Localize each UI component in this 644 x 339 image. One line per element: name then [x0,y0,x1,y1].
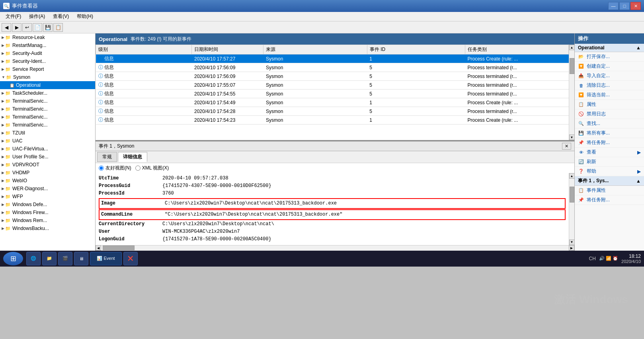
sidebar-item-terminalservic2[interactable]: ▶ 📁 TerminalServic... [0,105,95,113]
col-datetime[interactable]: 日期和时间 [192,45,263,55]
toolbar-new[interactable]: 📄 [33,23,42,32]
action-help[interactable]: ❓ 帮助 ▶ [575,167,644,176]
event-list-container[interactable]: 级别 日期和时间 来源 事件 ID 任务类别 ⓘ 信息 2020/4/10 17… [96,45,569,140]
table-row[interactable]: ⓘ 信息 2020/4/10 17:54:28 Sysmon 5 Process… [96,107,569,116]
action-refresh[interactable]: 🔄 刷新 [575,157,644,167]
col-id[interactable]: 事件 ID [367,45,465,55]
action-attach-task1[interactable]: 📌 将任务附... [575,138,644,148]
scroll-left[interactable]: ◀ [96,245,101,251]
sidebar-item-security-ident[interactable]: ▶ 📁 Security-Ident... [0,57,95,65]
table-row[interactable]: ⓘ 信息 2020/4/10 17:57:27 Sysmon 1 Process… [96,55,569,63]
sidebar-item-service-report[interactable]: ▶ 📁 Service Report [0,65,95,73]
table-row[interactable]: ⓘ 信息 2020/4/10 17:54:23 Sysmon 1 Process… [96,116,569,125]
sidebar-item-terminalservic1[interactable]: ▶ 📁 TerminalServic... [0,97,95,105]
action-import-custom[interactable]: 📥 导入自定... [575,71,644,81]
scroll-up[interactable]: ▲ [569,45,575,50]
scroll-down[interactable]: ▼ [569,240,575,245]
scroll-thumb[interactable] [570,58,574,74]
detail-scrollbar[interactable]: ▲ ▼ [569,173,574,245]
action-disable-log[interactable]: 🚫 禁用日志 [575,109,644,119]
detail-value: {17415270-4307-5E90-0000-0010D0F62500} [162,182,271,190]
action-open-save[interactable]: 📂 打开保存... [575,52,644,62]
action-properties[interactable]: 📋 属性 [575,100,644,109]
sidebar-item-windowsbacku[interactable]: ▶ 📁 WindowsBacku... [0,224,95,232]
action-filter[interactable]: 🔽 筛选当前... [575,90,644,100]
tab-general[interactable]: 常规 [97,152,117,162]
scroll-right[interactable]: ▶ [569,245,574,251]
taskbar-monitor[interactable]: 📊 Event [90,252,122,265]
taskbar-terminal[interactable]: 🖥 [74,252,88,265]
maximize-button[interactable]: □ [619,2,630,10]
table-row[interactable]: ⓘ 信息 2020/4/10 17:54:49 Sysmon 1 Process… [96,98,569,107]
menu-view[interactable]: 查看(V) [49,12,73,21]
sidebar-item-uac[interactable]: ▶ 📁 UAC [0,137,95,145]
taskbar-ie[interactable]: 🌐 [26,252,41,265]
event-list-scrollbar[interactable]: ▲ ▼ [569,45,574,140]
friendly-view-option[interactable]: 友好视图(N) [99,165,131,171]
sidebar-item-terminalservic3[interactable]: ▶ 📁 TerminalServic... [0,113,95,121]
sidebar-item-restartmanag[interactable]: ▶ 📁 RestartManag... [0,41,95,49]
sidebar-item-uac-filevirtua[interactable]: ▶ 📁 UAC-FileVirtua... [0,145,95,153]
tab-detail[interactable]: 详细信息 [118,152,147,162]
sidebar-item-windows-defe[interactable]: ▶ 📁 Windows Defe... [0,201,95,208]
sidebar-item-sysmon[interactable]: ▼ 📁 Sysmon [0,73,95,81]
xml-radio[interactable] [135,166,141,171]
toolbar-copy[interactable]: 📋 [53,23,63,32]
toolbar-refresh[interactable]: ↩ [22,23,32,32]
sidebar-item-windows-firew[interactable]: ▶ 📁 Windows Firew... [0,208,95,216]
sidebar-item-vhdmp[interactable]: ▶ 📁 VHDMP [0,169,95,177]
menu-help[interactable]: 帮助(H) [73,12,97,21]
taskbar-explorer[interactable]: 📁 [42,252,57,265]
detail-value: 2020-04-10 09:57:27.038 [162,175,228,182]
action-clear-log[interactable]: 🗑 清除日志... [575,81,644,90]
horizontal-scrollbar[interactable]: ◀ ▶ [96,245,574,251]
sidebar-item-vdrvroot[interactable]: ▶ 📁 VDRVROOT [0,161,95,169]
action-create-custom[interactable]: 🔽 创建自定... [575,62,644,71]
start-button[interactable]: ⊞ [3,252,23,265]
table-row[interactable]: ⓘ 信息 2020/4/10 17:56:09 Sysmon 5 Process… [96,63,569,72]
toolbar-forward[interactable]: ▶ [12,23,21,32]
xml-view-option[interactable]: XML 视图(X) [135,165,169,171]
sidebar-item-operational[interactable]: 📋 Operational [0,81,95,89]
sidebar-item-wer-diagnost[interactable]: ▶ 📁 WER-Diagnost... [0,185,95,193]
sidebar-item-resource-leak[interactable]: ▶ 📁 Resource-Leak [0,33,95,41]
sidebar-item-tzutil[interactable]: ▶ 📁 TZUtil [0,129,95,137]
sidebar-item-taskscheduler[interactable]: ▶ 📁 TaskScheduler... [0,89,95,97]
action-save-all[interactable]: 💾 将所有事... [575,129,644,138]
toolbar-save[interactable]: 💾 [43,23,53,32]
friendly-radio[interactable] [99,166,104,171]
table-row[interactable]: ⓘ 信息 2020/4/10 17:54:55 Sysmon 5 Process… [96,90,569,98]
action-find[interactable]: 🔍 查找... [575,119,644,129]
taskbar-media[interactable]: 🎬 [58,252,72,265]
menu-file[interactable]: 文件(F) [2,12,25,21]
scroll-down[interactable]: ▼ [569,134,575,140]
action-event-properties[interactable]: 📋 事件属性 [575,186,644,195]
taskbar-error[interactable]: ❌ [123,252,138,265]
col-source[interactable]: 来源 [263,45,367,55]
sidebar-item-wfp[interactable]: ▶ 📁 WFP [0,193,95,201]
sidebar-item-user-profile[interactable]: ▶ 📁 User Profile Se... [0,153,95,161]
menu-action[interactable]: 操作(A) [25,12,49,21]
col-level[interactable]: 级别 [96,45,192,55]
action-attach-task2[interactable]: 📌 将任务附... [575,195,644,205]
sidebar-item-windows-rem[interactable]: ▶ 📁 Windows Rem... [0,216,95,224]
h-scroll-thumb[interactable] [103,245,135,250]
arrow-icon: ▶ [2,139,4,143]
scroll-thumb[interactable] [570,187,574,203]
action-view[interactable]: 👁 查看 ▶ [575,148,644,157]
close-button[interactable]: ✕ [630,2,641,10]
actions-section-event[interactable]: 事件 1，Sys... ▲ [575,176,644,186]
table-row[interactable]: ⓘ 信息 2020/4/10 17:56:09 Sysmon 5 Process… [96,72,569,81]
toolbar-back[interactable]: ◀ [2,23,11,32]
actions-operational-label: Operational [578,45,605,51]
sidebar-item-terminalservic4[interactable]: ▶ 📁 TerminalServic... [0,121,95,129]
minimize-button[interactable]: — [608,2,619,10]
detail-key: Image [101,200,165,207]
col-task[interactable]: 任务类别 [465,45,569,55]
detail-close-button[interactable]: ✕ [562,143,571,150]
sidebar-item-webio[interactable]: ▶ 📁 WebIO [0,177,95,185]
sidebar-item-security-audit[interactable]: ▶ 📁 Security-Audit [0,49,95,57]
scroll-up[interactable]: ▲ [569,173,575,179]
actions-section-operational[interactable]: Operational ▲ [575,44,644,52]
table-row[interactable]: ⓘ 信息 2020/4/10 17:55:07 Sysmon 5 Process… [96,81,569,90]
